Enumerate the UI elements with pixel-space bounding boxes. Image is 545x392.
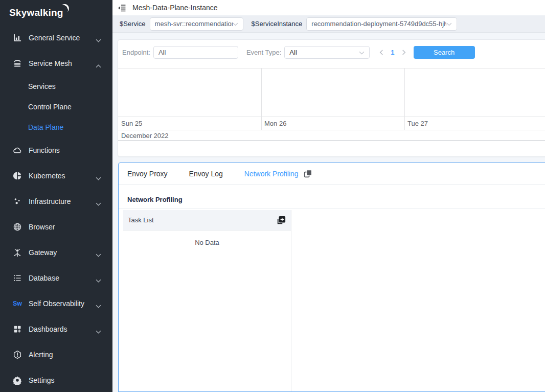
page-number[interactable]: 1 xyxy=(391,49,394,56)
sidebar-item-control-plane[interactable]: Control Plane xyxy=(0,97,112,117)
globe-icon xyxy=(13,222,22,232)
task-list-header: Task List xyxy=(123,210,291,230)
app-logo[interactable]: Skywalking xyxy=(0,0,112,25)
sidebar-item-alerting[interactable]: Alerting xyxy=(0,342,112,367)
sidebar-item-label: Alerting xyxy=(29,351,101,359)
search-button[interactable]: Search xyxy=(414,46,475,59)
top-bar: Mesh-Data-Plane-Instance xyxy=(112,0,545,15)
service-instance-select-value: recommendation-deployment-5749d9dc55-hjl… xyxy=(311,20,446,28)
sidebar-subitem-label: Data Plane xyxy=(28,123,63,131)
endpoint-input[interactable] xyxy=(153,46,238,59)
sidebar-item-label: Gateway xyxy=(29,248,96,257)
sidebar-item-services[interactable]: Services xyxy=(0,76,112,97)
sidebar-item-gateway[interactable]: Gateway xyxy=(0,240,112,265)
timeline-grid[interactable] xyxy=(118,68,545,117)
sidebar-item-label: Kubernetes xyxy=(29,172,96,180)
no-data-text: No Data xyxy=(123,230,291,246)
timeline-day-label: Sun 25 xyxy=(121,120,142,127)
sidebar-item-label: Database xyxy=(29,274,96,282)
sidebar: Skywalking General Service Service Mesh … xyxy=(0,0,112,392)
sidebar-item-label: Dashboards xyxy=(29,325,96,333)
alert-icon xyxy=(13,350,22,359)
sidebar-item-browser[interactable]: Browser xyxy=(0,214,112,240)
endpoint-label: Endpoint: xyxy=(122,49,150,56)
sidebar-item-self-observability[interactable]: Sw Self Observability xyxy=(0,291,112,316)
sidebar-item-label: Settings xyxy=(29,376,101,384)
timeline-month-label: December 2022 xyxy=(118,130,545,141)
sidebar-item-settings[interactable]: Settings xyxy=(0,367,112,392)
new-task-icon[interactable] xyxy=(276,215,286,225)
app-logo-text: Skywalking xyxy=(9,7,63,18)
cloud-icon xyxy=(13,146,22,155)
copy-icon[interactable] xyxy=(303,169,313,179)
chevron-down-icon xyxy=(233,20,238,28)
sidebar-subitem-label: Control Plane xyxy=(28,103,72,111)
chevron-down-icon xyxy=(96,200,101,203)
gateway-icon xyxy=(13,248,22,257)
sidebar-item-label: Browser xyxy=(29,223,101,231)
dashboards-icon xyxy=(13,325,22,334)
instance-detail-panel: Envoy Proxy Envoy Log Network Profiling … xyxy=(118,163,545,392)
chevron-down-icon xyxy=(359,49,365,56)
service-select-value: mesh-svr::recommendation xyxy=(155,20,233,28)
gear-icon xyxy=(13,376,22,385)
service-instance-select[interactable]: recommendation-deployment-5749d9dc55-hjl… xyxy=(306,17,457,31)
chevron-down-icon xyxy=(96,251,101,255)
tab-envoy-log[interactable]: Envoy Log xyxy=(189,170,223,178)
sidebar-item-data-plane[interactable]: Data Plane xyxy=(0,117,112,137)
k8s-icon xyxy=(13,171,22,180)
next-page-icon[interactable] xyxy=(399,48,408,57)
chevron-down-icon xyxy=(96,302,101,306)
sidebar-subitem-label: Services xyxy=(28,82,56,90)
selector-row: $Service mesh-svr::recommendation $Servi… xyxy=(112,15,545,33)
sw-icon: Sw xyxy=(13,299,22,308)
task-list-label: Task List xyxy=(128,216,154,224)
timeline-day-row: Sun 25 Mon 26 Tue 27 xyxy=(118,117,545,130)
panel-vertical-divider xyxy=(291,210,291,391)
event-type-select-value: All xyxy=(289,49,297,56)
sidebar-item-label: Functions xyxy=(29,146,101,154)
task-list-column: Task List No Data xyxy=(123,210,291,246)
prev-page-icon[interactable] xyxy=(377,48,386,57)
chevron-down-icon xyxy=(96,276,101,280)
panel-title: Network Profiling xyxy=(127,196,183,203)
chevron-down-icon xyxy=(96,36,101,40)
sidebar-item-label: Service Mesh xyxy=(29,59,96,67)
chevron-up-icon xyxy=(96,62,101,65)
events-card: Endpoint: Event Type: All 1 Search Sun 2… xyxy=(118,39,545,157)
chevron-down-icon xyxy=(96,328,101,331)
sidebar-item-general-service[interactable]: General Service xyxy=(0,25,112,51)
sidebar-item-label: Self Observability xyxy=(29,299,96,308)
layers-icon xyxy=(13,59,22,68)
sidebar-item-database[interactable]: Database xyxy=(0,265,112,291)
event-type-select[interactable]: All xyxy=(284,46,370,59)
sidebar-item-service-mesh[interactable]: Service Mesh xyxy=(0,51,112,76)
chevron-down-icon xyxy=(96,174,101,178)
sidebar-item-label: Infrastructure xyxy=(29,197,96,205)
database-icon xyxy=(13,273,22,283)
tab-envoy-proxy[interactable]: Envoy Proxy xyxy=(127,170,168,178)
timeline-day-label: Tue 27 xyxy=(407,120,428,127)
sidebar-item-functions[interactable]: Functions xyxy=(0,137,112,163)
events-toolbar: Endpoint: Event Type: All 1 Search xyxy=(122,45,475,59)
chart-icon xyxy=(13,33,22,42)
tab-network-profiling[interactable]: Network Profiling xyxy=(244,170,299,178)
page-title: Mesh-Data-Plane-Instance xyxy=(132,4,218,12)
sidebar-item-kubernetes[interactable]: Kubernetes xyxy=(0,163,112,189)
tabs-row: Envoy Proxy Envoy Log Network Profiling xyxy=(119,163,545,185)
service-instance-label: $ServiceInstance xyxy=(252,20,303,28)
sidebar-item-label: General Service xyxy=(29,34,96,42)
service-select[interactable]: mesh-svr::recommendation xyxy=(150,17,243,31)
menu-fold-icon[interactable] xyxy=(117,3,127,13)
pagination: 1 xyxy=(377,48,408,57)
service-label: $Service xyxy=(120,20,146,28)
sidebar-item-dashboards[interactable]: Dashboards xyxy=(0,316,112,342)
dots-icon xyxy=(13,197,22,206)
timeline-day-label: Mon 26 xyxy=(264,120,286,127)
panel-title-row: Network Profiling xyxy=(119,185,545,209)
sidebar-item-infrastructure[interactable]: Infrastructure xyxy=(0,189,112,214)
event-type-label: Event Type: xyxy=(246,49,281,56)
chevron-down-icon xyxy=(446,20,452,28)
